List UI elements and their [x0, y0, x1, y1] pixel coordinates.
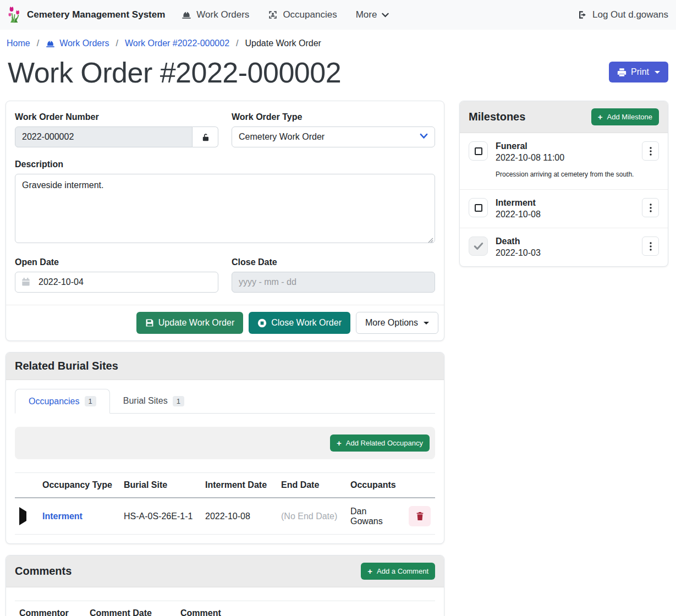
work-order-type-field-group: Work Order Type — [232, 112, 435, 147]
column-header: Interment Date — [201, 473, 277, 498]
breadcrumb-work-orders[interactable]: Work Orders — [46, 38, 109, 48]
update-label: Update Work Order — [158, 318, 234, 328]
close-work-order-button[interactable]: Close Work Order — [249, 312, 350, 334]
milestone-checkbox[interactable] — [469, 141, 488, 161]
main-content: Work Order Number — [0, 101, 676, 616]
breadcrumb-separator: / — [236, 38, 238, 48]
related-burial-sites-header: Related Burial Sites — [6, 353, 444, 380]
lock-open-icon — [201, 133, 210, 142]
breadcrumb-work-order-number[interactable]: Work Order #2022-000002 — [125, 38, 229, 48]
column-header: Occupancy Type — [38, 473, 119, 498]
tulip-logo-icon — [8, 6, 22, 24]
app-brand[interactable]: Cemetery Management System — [8, 6, 165, 24]
milestone-item-interment: Interment 2022-10-08 — [460, 190, 668, 228]
nav-item-label: More — [356, 9, 377, 20]
comments-table: Commentor Comment Date Comment d.gowans … — [15, 601, 435, 616]
actions-column-header — [361, 601, 435, 616]
save-icon — [145, 318, 154, 327]
tab-label: Occupancies — [29, 397, 80, 406]
close-label: Close Work Order — [271, 318, 342, 328]
delete-occupancy-button[interactable] — [409, 506, 431, 526]
nav-item-occupancies[interactable]: Occupancies — [268, 9, 337, 20]
checkbox-square-icon — [475, 204, 482, 212]
milestone-checkbox-checked[interactable] — [469, 237, 488, 256]
work-order-type-select[interactable] — [232, 127, 435, 147]
logout-button[interactable]: Log Out d.gowans — [578, 9, 668, 20]
tab-burial-sites[interactable]: Burial Sites 1 — [110, 389, 197, 413]
plus-icon: + — [367, 567, 372, 575]
hard-hat-icon — [182, 10, 191, 20]
milestone-checkbox[interactable] — [469, 198, 488, 217]
more-options-button[interactable]: More Options — [356, 312, 438, 334]
logout-label: Log Out d.gowans — [592, 9, 668, 20]
top-navbar: Cemetery Management System Work Orders — [0, 0, 676, 30]
breadcrumb-separator: / — [116, 38, 118, 48]
description-textarea[interactable]: Graveside interment. — [15, 174, 435, 243]
logout-icon — [578, 10, 587, 20]
milestone-item-funeral: Funeral 2022-10-08 11:00 Procession arri… — [460, 133, 668, 190]
end-date-cell: (No End Date) — [277, 498, 346, 535]
comments-card: Comments + Add a Comment Commentor Comme… — [6, 555, 444, 616]
hard-hat-icon — [46, 39, 55, 48]
breadcrumb: Home / Work Orders / Work Order #2022-00… — [0, 30, 676, 55]
occupant-plot-icon — [268, 10, 278, 20]
nav-item-label: Work Orders — [196, 9, 249, 20]
expand-column-header — [15, 473, 38, 498]
expand-row-icon[interactable] — [19, 507, 26, 525]
print-label: Print — [631, 67, 649, 77]
occupancies-table: Occupancy Type Burial Site Interment Dat… — [15, 472, 435, 535]
add-comment-button[interactable]: + Add a Comment — [361, 563, 435, 580]
update-work-order-button[interactable]: Update Work Order — [136, 312, 243, 334]
milestone-title: Interment — [496, 198, 634, 208]
kebab-icon — [650, 204, 652, 212]
nav-item-more[interactable]: More — [356, 9, 389, 20]
breadcrumb-home[interactable]: Home — [7, 38, 30, 48]
breadcrumb-label: Work Orders — [59, 38, 109, 48]
occupancy-table-row: Interment HS-A-0S-26E-1-1 2022-10-08 (No… — [15, 498, 435, 535]
breadcrumb-separator: / — [37, 38, 39, 48]
milestone-body: Death 2022-10-03 — [496, 237, 634, 258]
work-order-type-label: Work Order Type — [232, 112, 435, 122]
nav-item-label: Occupancies — [283, 9, 337, 20]
milestones-header: Milestones + Add Milestone — [460, 101, 668, 133]
column-header: Burial Site — [119, 473, 201, 498]
add-related-occupancy-label: Add Related Occupancy — [346, 439, 423, 447]
add-milestone-button[interactable]: + Add Milestone — [591, 108, 659, 125]
tab-occupancies[interactable]: Occupancies 1 — [15, 389, 110, 414]
milestones-card: Milestones + Add Milestone Funeral 2022-… — [459, 101, 668, 267]
work-order-form-body: Work Order Number — [6, 101, 444, 305]
chevron-down-icon — [382, 13, 389, 18]
milestone-datetime: 2022-10-03 — [496, 248, 634, 258]
work-order-number-label: Work Order Number — [15, 112, 218, 122]
close-date-field-group: Close Date — [232, 257, 435, 293]
milestone-menu-button[interactable] — [642, 141, 659, 161]
plus-icon: + — [598, 113, 603, 121]
add-milestone-label: Add Milestone — [607, 113, 652, 121]
occupancy-type-link[interactable]: Interment — [42, 512, 83, 521]
milestone-menu-button[interactable] — [642, 198, 659, 217]
occupants-cell: Dan Gowans — [346, 498, 404, 535]
milestone-title: Death — [496, 237, 634, 246]
print-button[interactable]: Print — [609, 62, 668, 82]
breadcrumb-current: Update Work Order — [245, 38, 321, 48]
burial-site-cell: HS-A-0S-26E-1-1 — [119, 498, 201, 535]
comments-body: Commentor Comment Date Comment d.gowans … — [6, 587, 444, 616]
related-tabs: Occupancies 1 Burial Sites 1 — [15, 389, 435, 414]
unlock-field-button[interactable] — [193, 127, 218, 147]
open-date-input[interactable] — [15, 272, 218, 293]
tab-count-badge: 1 — [173, 396, 184, 406]
add-related-occupancy-button[interactable]: + Add Related Occupancy — [330, 435, 430, 452]
close-date-label: Close Date — [232, 257, 435, 267]
work-order-number-field-group: Work Order Number — [15, 112, 218, 147]
comments-header: Comments + Add a Comment — [6, 556, 444, 587]
milestone-description: Procession arriving at cemetery from the… — [496, 168, 634, 181]
milestone-menu-button[interactable] — [642, 237, 659, 256]
nav-item-work-orders[interactable]: Work Orders — [182, 9, 249, 20]
page-header: Work Order #2022-000002 Print — [0, 55, 676, 101]
milestone-datetime: 2022-10-08 11:00 — [496, 153, 634, 163]
comments-title: Comments — [15, 565, 72, 578]
column-header: Comment — [176, 601, 361, 616]
plus-icon: + — [337, 439, 342, 447]
stop-circle-icon — [257, 318, 267, 328]
milestone-body: Funeral 2022-10-08 11:00 Procession arri… — [496, 141, 634, 181]
